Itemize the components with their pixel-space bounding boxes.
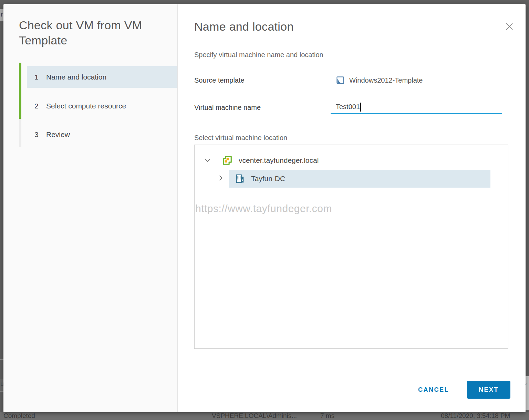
- task-timestamp: 08/11/2020, 3:54:18 PM: [441, 412, 510, 419]
- chevron-down-icon[interactable]: [204, 156, 212, 165]
- tree-item-label: Tayfun-DC: [251, 175, 285, 183]
- vm-name-label: Virtual machine name: [194, 104, 331, 112]
- cancel-button[interactable]: CANCEL: [417, 384, 450, 396]
- tree-item-vcenter[interactable]: vcenter.tayfundeger.local: [204, 152, 319, 169]
- vm-template-icon: [336, 76, 345, 85]
- vm-name-row: Virtual machine name Test001: [194, 101, 509, 114]
- step-label: Review: [46, 130, 70, 139]
- step-label: Select compute resource: [46, 102, 126, 110]
- step-progress-rail-active: [19, 63, 21, 119]
- task-status: Completed: [3, 412, 35, 419]
- source-template-value: Windows2012-Template: [336, 76, 423, 85]
- vm-location-tree: vcenter.tayfundeger.local: [194, 145, 508, 349]
- wizard-step-select-compute-resource[interactable]: 2 Select compute resource: [27, 95, 177, 117]
- wizard-sidebar: Check out VM from VM Template 1 Name and…: [3, 4, 178, 412]
- page-title: Name and location: [194, 20, 294, 33]
- step-number: 1: [34, 73, 46, 81]
- vcenter-server-icon: [222, 155, 232, 166]
- background-row-divider: [0, 359, 3, 360]
- next-button[interactable]: NEXT: [467, 381, 510, 399]
- step-number: 3: [34, 130, 46, 139]
- step-progress-rail-inactive: [19, 119, 21, 147]
- task-duration: 7 ms: [320, 412, 334, 419]
- tree-item-label: vcenter.tayfundeger.local: [239, 156, 319, 165]
- step-content-panel: Name and location Specify virtual machin…: [178, 4, 526, 412]
- wizard-step-review[interactable]: 3 Review: [27, 124, 177, 145]
- location-section-label: Select virtual machine location: [194, 134, 287, 142]
- task-initiator: VSPHERE.LOCAL\Adminis...: [212, 412, 297, 419]
- step-label: Name and location: [46, 73, 106, 81]
- tree-item-datacenter-selected[interactable]: Tayfun-DC: [229, 170, 490, 188]
- close-button[interactable]: [505, 22, 514, 31]
- wizard-title: Check out VM from VM Template: [19, 18, 167, 48]
- step-number: 2: [34, 102, 46, 110]
- source-template-name: Windows2012-Template: [349, 76, 423, 84]
- watermark-text: https://www.tayfundeger.com: [195, 203, 332, 214]
- wizard-step-name-and-location[interactable]: 1 Name and location: [27, 66, 177, 88]
- dialog-footer: CANCEL NEXT: [417, 381, 510, 399]
- text-cursor: [360, 103, 361, 112]
- page-subtitle: Specify virtual machine name and locatio…: [194, 51, 323, 59]
- vm-name-value: Test001: [336, 103, 360, 111]
- background-task-row: Completed VSPHERE.LOCAL\Adminis... 7 ms …: [0, 412, 529, 420]
- close-icon: [505, 22, 514, 31]
- vm-name-input[interactable]: Test001: [331, 101, 502, 114]
- chevron-right-icon[interactable]: [217, 174, 225, 182]
- source-template-row: Source template Windows2012-Template: [194, 74, 509, 86]
- wizard-steps: 1 Name and location 2 Select compute res…: [19, 63, 177, 159]
- source-template-label: Source template: [194, 76, 336, 84]
- screen: r u ⌄ Completed VSPHERE.LOCAL\Adminis...…: [0, 0, 529, 420]
- checkout-vm-dialog: Check out VM from VM Template 1 Name and…: [3, 4, 526, 412]
- datacenter-icon: [235, 174, 245, 184]
- background-fragment-right-caret: ⌄: [526, 376, 529, 410]
